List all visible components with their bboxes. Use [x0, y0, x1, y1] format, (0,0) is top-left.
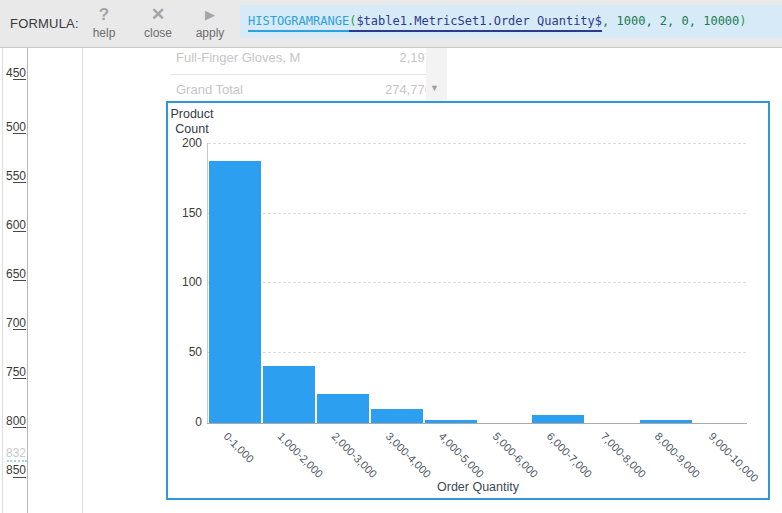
ruler-tick — [13, 378, 26, 379]
histogram-bar[interactable] — [317, 394, 369, 423]
table-row-grand-total: Grand Total — [176, 82, 243, 97]
formula-function-token: HISTOGRAMRANGE — [248, 14, 349, 32]
histogram-bar[interactable] — [532, 415, 584, 423]
ruler-guide-position-label: 832 — [0, 445, 26, 461]
help-button[interactable]: ? help — [81, 4, 127, 44]
x-axis-title: Order Quantity — [208, 480, 748, 494]
ruler-tick — [13, 79, 26, 80]
x-tick-label: 3,000-4,000 — [384, 430, 434, 480]
table-grand-total-value: 274,776 — [342, 82, 432, 97]
ruler-label: 850 — [0, 462, 26, 478]
ruler-tick — [13, 329, 26, 330]
help-button-label: help — [81, 26, 127, 40]
close-icon: ✕ — [135, 4, 181, 26]
histogram-bar[interactable] — [371, 409, 423, 423]
formula-arguments: , 1000, 2, 0, 10000 — [602, 14, 739, 30]
app-screen: FORMULA: ? help ✕ close ▶ apply HISTOGRA… — [0, 0, 782, 513]
formula-close-paren: ) — [739, 14, 746, 30]
table-row-value: 2,197 — [352, 50, 432, 65]
table-row-product: Full-Finger Gloves, M — [176, 50, 300, 65]
ruler-tick — [13, 477, 26, 478]
x-tick-label: 5,000-6,000 — [491, 430, 541, 480]
formula-field-reference: $table1.MetricSet1.Order Quantity$ — [356, 14, 602, 28]
x-tick-label: 2,000-3,000 — [330, 430, 380, 480]
ruler-line — [27, 48, 28, 513]
x-tick-label: 8,000-9,000 — [653, 430, 703, 480]
table-scrollbar[interactable] — [426, 48, 447, 101]
canvas-panel-line — [82, 48, 83, 513]
plot-area — [208, 103, 747, 423]
play-icon: ▶ — [187, 4, 233, 26]
chart-area: Product Count 200 150 100 50 0 — [168, 103, 768, 498]
x-tick-label: 4,000-5,000 — [437, 430, 487, 480]
x-tick-label: 9,000-10,000 — [707, 430, 761, 484]
y-tick-label: 150 — [170, 206, 202, 220]
x-tick-label: 1,000-2,000 — [276, 430, 326, 480]
table-row-divider — [170, 74, 434, 75]
formula-input[interactable]: HISTOGRAMRANGE($table1.MetricSet1.Order … — [240, 5, 782, 38]
ruler-tick — [13, 427, 26, 428]
apply-button[interactable]: ▶ apply — [187, 4, 233, 44]
help-icon: ? — [81, 4, 127, 26]
histogram-bar[interactable] — [209, 161, 261, 423]
formula-field-token: ($table1.MetricSet1.Order Quantity$ — [349, 14, 602, 32]
x-tick-label: 6,000-7,000 — [545, 430, 595, 480]
close-button[interactable]: ✕ close — [135, 4, 181, 44]
y-tick-label: 200 — [170, 136, 202, 150]
y-tick-label: 50 — [170, 345, 202, 359]
x-tick-label: 7,000-8,000 — [599, 430, 649, 480]
scroll-down-icon[interactable]: ▼ — [430, 83, 439, 93]
formula-label: FORMULA: — [10, 16, 79, 31]
ruler-tick — [13, 182, 26, 183]
apply-button-label: apply — [187, 26, 233, 40]
histogram-bar[interactable] — [263, 366, 315, 423]
histogram-chart-panel[interactable]: Product Count 200 150 100 50 0 — [166, 101, 770, 500]
x-axis-line — [207, 423, 747, 424]
y-tick-label: 100 — [170, 275, 202, 289]
formula-toolbar: FORMULA: ? help ✕ close ▶ apply HISTOGRA… — [0, 0, 782, 48]
ruler-tick — [13, 280, 26, 281]
close-button-label: close — [135, 26, 181, 40]
y-tick-label: 0 — [170, 415, 202, 429]
ruler-tick — [13, 231, 26, 232]
x-tick-label: 0-1,000 — [222, 430, 257, 465]
ruler-tick — [13, 133, 26, 134]
